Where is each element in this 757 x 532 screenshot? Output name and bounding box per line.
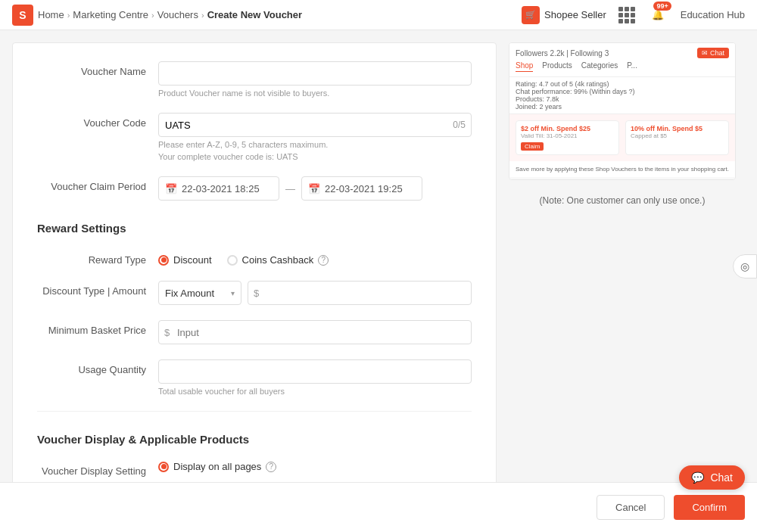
seller-icon: 🛒	[522, 6, 540, 24]
usage-qty-input[interactable]	[158, 359, 472, 384]
display-all-radio[interactable]: Display on all pages ?	[158, 461, 472, 472]
reward-type-content: Discount Coins Cashback ?	[158, 250, 472, 266]
right-panel: Followers 2.2k | Following 3 ✉ Chat Shop…	[509, 42, 736, 532]
phone-tab-shop: Shop	[516, 61, 533, 72]
chat-button[interactable]: 💬 Chat	[679, 465, 745, 490]
phone-followers: Followers 2.2k | Following 3	[516, 49, 609, 58]
voucher1-date: Valid Till: 31-05-2021	[521, 132, 614, 139]
voucher-code-input-wrapper: 0/5	[158, 113, 472, 137]
discount-radio[interactable]: Discount	[158, 254, 212, 266]
coins-info-icon[interactable]: ?	[318, 255, 329, 266]
voucher-card-1: $2 off Min. Spend $25 Valid Till: 31-05-…	[516, 120, 619, 155]
help-button[interactable]: ◎	[733, 254, 757, 278]
voucher-period-label: Voucher Claim Period	[37, 176, 158, 192]
voucher-card-2: 10% off Min. Spend $5 Capped at $5	[625, 120, 729, 155]
main-container: Voucher Name Product Voucher name is not…	[0, 30, 757, 532]
voucher2-title: 10% off Min. Spend $5	[631, 125, 724, 132]
voucher-code-row: Voucher Code 0/5 Please enter A-Z, 0-9, …	[37, 113, 472, 161]
usage-qty-content: Total usable voucher for all buyers	[158, 359, 472, 396]
discount-type-amount-row: Fix Amount ▾ $	[158, 281, 472, 305]
reward-type-radio-group: Discount Coins Cashback ?	[158, 250, 472, 266]
date-end-input[interactable]: 📅 22-03-2021 19:25	[301, 176, 422, 201]
usage-qty-label: Usage Quantity	[37, 359, 158, 375]
reward-type-row: Reward Type Discount Coins Cashback ?	[37, 250, 472, 266]
discount-type-value: Fix Amount	[165, 288, 214, 299]
section-divider	[37, 411, 472, 412]
home-link[interactable]: Home	[38, 9, 64, 20]
preview-note: (Note: One customer can only use once.)	[509, 189, 736, 212]
form-panel: Voucher Name Product Voucher name is not…	[12, 42, 497, 532]
vouchers-link[interactable]: Vouchers	[157, 9, 198, 20]
phone-screen: Followers 2.2k | Following 3 ✉ Chat Shop…	[509, 43, 735, 179]
min-basket-row: Minimum Basket Price $	[37, 320, 472, 344]
confirm-button[interactable]: Confirm	[674, 495, 745, 520]
shopee-logo: S	[12, 5, 33, 26]
phone-tabs: Shop Products Categories P...	[516, 61, 729, 72]
seller-badge: 🛒 Shopee Seller	[522, 6, 606, 24]
discount-type-content: Fix Amount ▾ $	[158, 281, 472, 305]
current-page: Create New Voucher	[207, 9, 302, 20]
voucher-code-label: Voucher Code	[37, 113, 158, 129]
voucher-code-hint1: Please enter A-Z, 0-9, 5 characters maxi…	[158, 140, 472, 149]
display-all-radio-circle	[158, 462, 169, 472]
voucher2-desc: Capped at $5	[631, 132, 724, 139]
phone-preview: Followers 2.2k | Following 3 ✉ Chat Shop…	[509, 42, 736, 180]
phone-tab-more: P...	[627, 61, 637, 72]
discount-label: Discount	[173, 254, 212, 266]
voucher-name-input[interactable]	[158, 61, 472, 86]
phone-vouchers: $2 off Min. Spend $25 Valid Till: 31-05-…	[509, 114, 735, 161]
cancel-button[interactable]: Cancel	[597, 495, 665, 520]
apps-icon[interactable]	[618, 7, 635, 23]
breadcrumb-separator-1: ›	[67, 11, 70, 20]
discount-type-select[interactable]: Fix Amount ▾	[158, 281, 241, 305]
help-icon: ◎	[740, 260, 749, 272]
discount-amount-input-wrapper: $	[248, 281, 472, 305]
min-basket-label: Minimum Basket Price	[37, 320, 158, 336]
breadcrumb-separator-2: ›	[151, 11, 154, 20]
stat-chat: Chat performance: 99% (Within days ?)	[516, 88, 729, 95]
reward-type-label: Reward Type	[37, 250, 158, 266]
discount-radio-circle	[158, 255, 169, 266]
dollar-prefix: $	[254, 288, 259, 299]
date-start-input[interactable]: 📅 22-03-2021 18:25	[158, 176, 279, 201]
voucher-name-label: Voucher Name	[37, 61, 158, 77]
discount-amount-input[interactable]	[248, 281, 472, 305]
reward-settings-heading: Reward Settings	[37, 216, 472, 235]
voucher-code-input[interactable]	[158, 113, 472, 137]
basket-dollar-prefix: $	[164, 327, 170, 338]
stat-products: Products: 7.8k	[516, 95, 729, 103]
marketing-centre-link[interactable]: Marketing Centre	[73, 9, 148, 20]
usage-qty-hint: Total usable voucher for all buyers	[158, 387, 472, 396]
breadcrumb-separator-3: ›	[201, 11, 204, 20]
stat-joined: Joined: 2 years	[516, 103, 729, 110]
voucher1-claim: Claim	[521, 142, 544, 151]
breadcrumb: Home › Marketing Centre › Vouchers › Cre…	[38, 9, 302, 20]
coins-cashback-radio[interactable]: Coins Cashback ?	[227, 254, 329, 266]
min-basket-content: $	[158, 320, 472, 344]
voucher-name-content: Product Voucher name is not visible to b…	[158, 61, 472, 98]
phone-tab-products: Products	[542, 61, 572, 72]
voucher-display-heading: Voucher Display & Applicable Products	[37, 427, 472, 446]
min-basket-input[interactable]	[158, 320, 472, 344]
voucher-period-content: 📅 22-03-2021 18:25 — 📅 22-03-2021 19:25	[158, 176, 472, 201]
phone-header: Followers 2.2k | Following 3 ✉ Chat Shop…	[509, 43, 735, 77]
usage-qty-row: Usage Quantity Total usable voucher for …	[37, 359, 472, 396]
char-count: 0/5	[453, 120, 466, 130]
phone-stats: Rating: 4.7 out of 5 (4k ratings) Chat p…	[509, 77, 735, 114]
voucher-display-label: Voucher Display Setting	[37, 461, 158, 477]
coins-cashback-label: Coins Cashback	[242, 254, 314, 266]
date-separator: —	[285, 183, 295, 194]
education-hub-link[interactable]: Education Hub	[681, 9, 745, 20]
display-all-info-icon[interactable]: ?	[266, 462, 276, 472]
voucher-period-row: Voucher Claim Period 📅 22-03-2021 18:25 …	[37, 176, 472, 201]
date-start-value: 22-03-2021 18:25	[182, 183, 260, 194]
date-range: 📅 22-03-2021 18:25 — 📅 22-03-2021 19:25	[158, 176, 472, 201]
voucher-name-hint: Product Voucher name is not visible to b…	[158, 89, 472, 98]
phone-tab-categories: Categories	[581, 61, 618, 72]
notification-bell[interactable]: 🔔 99+	[647, 5, 668, 26]
nav-right-section: 🛒 Shopee Seller 🔔 99+ Education Hub	[522, 5, 745, 26]
chat-label: Chat	[710, 471, 733, 484]
discount-type-label: Discount Type | Amount	[37, 281, 158, 297]
phone-chat-button: ✉ Chat	[697, 48, 729, 58]
voucher-code-hint2: Your complete voucher code is: UATS	[158, 152, 472, 161]
